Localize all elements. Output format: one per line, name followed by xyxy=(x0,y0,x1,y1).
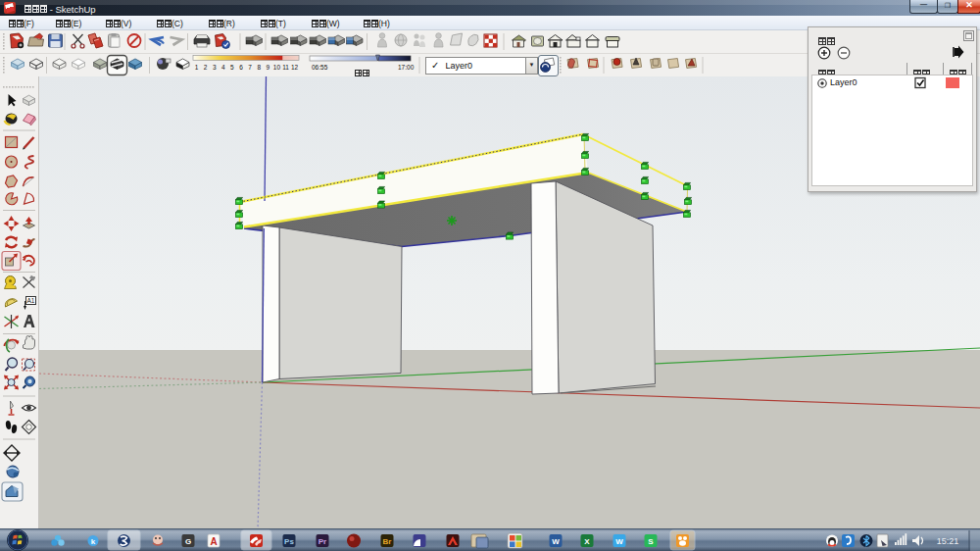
svg-text:W: W xyxy=(552,537,560,546)
svg-text:Pr: Pr xyxy=(318,537,326,546)
svg-text:W: W xyxy=(615,537,623,546)
svg-text:15:21: 15:21 xyxy=(937,536,959,546)
svg-text:A: A xyxy=(210,536,217,547)
svg-text:Br: Br xyxy=(383,537,392,546)
svg-text:Ps: Ps xyxy=(284,537,294,546)
svg-text:G: G xyxy=(185,537,191,546)
svg-text:A1: A1 xyxy=(27,297,35,304)
svg-text:k: k xyxy=(91,537,96,546)
svg-text:X: X xyxy=(584,537,590,546)
svg-text:S: S xyxy=(648,537,654,546)
